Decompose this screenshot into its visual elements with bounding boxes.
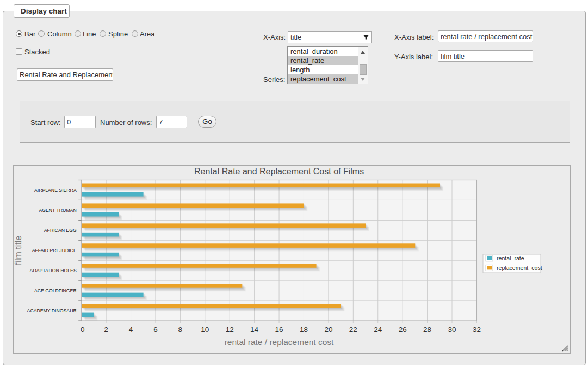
svg-text:16: 16 (275, 325, 283, 334)
svg-text:18: 18 (300, 325, 308, 334)
svg-text:20: 20 (324, 325, 332, 334)
svg-text:10: 10 (201, 325, 209, 334)
svg-text:replacement_cost: replacement_cost (497, 265, 542, 271)
svg-text:24: 24 (374, 325, 382, 334)
svg-text:32: 32 (473, 325, 481, 334)
svg-text:ADAPTATION HOLES: ADAPTATION HOLES (30, 268, 77, 273)
svg-text:AGENT TRUMAN: AGENT TRUMAN (39, 208, 77, 213)
svg-text:26: 26 (399, 325, 407, 334)
svg-text:2: 2 (104, 325, 108, 334)
svg-text:30: 30 (448, 325, 456, 334)
svg-text:rental rate / replacement cost: rental rate / replacement cost (225, 337, 334, 347)
svg-text:28: 28 (423, 325, 431, 334)
svg-text:rental_rate: rental_rate (497, 255, 524, 261)
svg-text:6: 6 (153, 325, 158, 334)
svg-text:22: 22 (349, 325, 357, 334)
svg-text:12: 12 (226, 325, 234, 334)
svg-text:AFFAIR PREJUDICE: AFFAIR PREJUDICE (32, 248, 77, 253)
svg-text:Rental Rate and Replacement Co: Rental Rate and Replacement Cost of Film… (194, 167, 364, 176)
svg-text:ACADEMY DINOSAUR: ACADEMY DINOSAUR (27, 308, 77, 313)
svg-text:AFRICAN EGG: AFRICAN EGG (44, 228, 77, 233)
svg-text:AIRPLANE SIERRA: AIRPLANE SIERRA (34, 187, 77, 193)
svg-text:0: 0 (81, 325, 85, 334)
svg-text:8: 8 (178, 325, 183, 334)
svg-text:14: 14 (250, 325, 259, 334)
svg-text:ACE GOLDFINGER: ACE GOLDFINGER (34, 288, 77, 293)
svg-text:4: 4 (129, 325, 133, 334)
svg-text:film title: film title (14, 236, 23, 265)
